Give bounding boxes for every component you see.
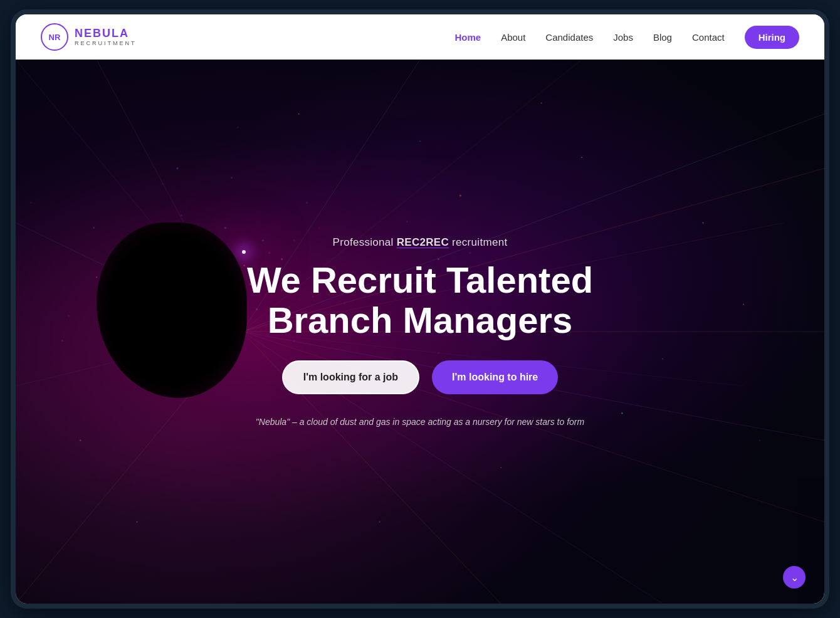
nav-candidates[interactable]: Candidates <box>545 32 593 43</box>
svg-point-17 <box>459 195 461 197</box>
svg-point-22 <box>500 467 501 468</box>
header: NR NEBULA RECRUITMENT Home About Candida… <box>16 14 824 60</box>
svg-point-20 <box>743 304 744 305</box>
logo-title: NEBULA <box>75 28 137 39</box>
nav-home[interactable]: Home <box>454 32 481 43</box>
looking-for-job-button[interactable]: I'm looking for a job <box>282 360 419 394</box>
hero-quote: "Nebula" – a cloud of dust and gas in sp… <box>247 417 593 427</box>
logo-text-group: NEBULA RECRUITMENT <box>75 28 137 46</box>
hiring-button[interactable]: Hiring <box>745 26 799 49</box>
hero-section: Professional REC2REC recruitment We Recr… <box>16 60 824 604</box>
nav-about[interactable]: About <box>501 32 525 43</box>
logo-icon: NR <box>41 23 68 51</box>
main-nav: Home About Candidates Jobs Blog Contact … <box>454 26 799 49</box>
svg-point-19 <box>702 222 703 223</box>
svg-point-27 <box>80 439 81 441</box>
hero-content: Professional REC2REC recruitment We Recr… <box>234 236 606 427</box>
scroll-down-button[interactable]: ⌄ <box>783 566 806 589</box>
svg-point-28 <box>541 102 542 103</box>
hero-title: We Recruit Talented Branch Managers <box>247 260 593 340</box>
looking-to-hire-button[interactable]: I'm looking to hire <box>432 360 558 394</box>
logo-subtitle: RECRUITMENT <box>75 40 137 46</box>
svg-point-30 <box>662 358 663 359</box>
svg-point-21 <box>621 412 623 414</box>
svg-point-31 <box>759 439 760 441</box>
hero-buttons: I'm looking for a job I'm looking to hir… <box>247 360 593 394</box>
svg-point-24 <box>298 113 300 115</box>
svg-point-29 <box>419 140 421 142</box>
nav-blog[interactable]: Blog <box>653 32 672 43</box>
device-frame: NR NEBULA RECRUITMENT Home About Candida… <box>16 14 824 604</box>
nav-contact[interactable]: Contact <box>692 32 725 43</box>
hero-subtitle: Professional REC2REC recruitment <box>247 236 593 249</box>
svg-point-23 <box>379 521 380 523</box>
svg-point-18 <box>581 157 582 158</box>
svg-point-26 <box>96 276 97 278</box>
svg-point-25 <box>177 167 179 169</box>
chevron-down-icon: ⌄ <box>790 572 799 584</box>
logo-area: NR NEBULA RECRUITMENT <box>41 23 137 51</box>
svg-point-32 <box>137 521 138 523</box>
nav-jobs[interactable]: Jobs <box>613 32 633 43</box>
